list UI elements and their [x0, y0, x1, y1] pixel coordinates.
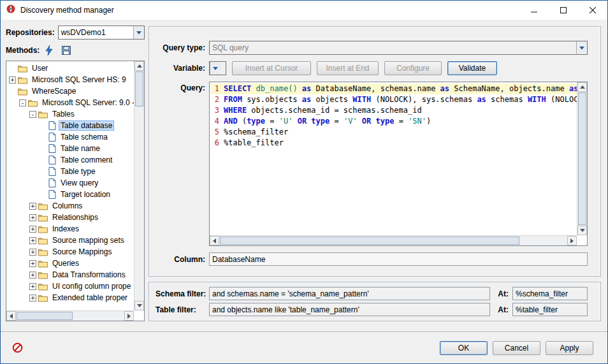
tree-item-wherescape[interactable]: WhereScape — [6, 85, 134, 97]
tree-item-queries[interactable]: +Queries — [6, 258, 134, 269]
tree-item-ui-config-column-prope[interactable]: +UI config column prope — [6, 280, 134, 292]
expand-icon[interactable]: + — [29, 260, 36, 267]
tree-item-target-location[interactable]: Target location — [6, 189, 134, 200]
code-line-1[interactable]: 1SELECT db_name() as DatabaseName, schem… — [211, 84, 577, 94]
tree-item-label: Queries — [50, 258, 81, 268]
editor-vscroll-thumb[interactable] — [578, 92, 586, 225]
refresh-methods-button[interactable] — [43, 44, 55, 57]
tree-item-source-mappings[interactable]: +Source Mappings — [6, 246, 134, 258]
tree-item-table-name[interactable]: Table name — [6, 143, 134, 154]
tree-item-table-comment[interactable]: Table comment — [6, 154, 134, 166]
schema-filter-field[interactable]: and schemas.name = 'schema_name_pattern' — [209, 287, 490, 300]
expand-icon[interactable]: + — [29, 283, 36, 290]
tree-vscroll-thumb[interactable] — [135, 71, 143, 106]
tree-item-columns[interactable]: +Columns — [6, 200, 134, 212]
tree-item-label: Relationships — [50, 212, 100, 222]
tree-item-indexes[interactable]: +Indexes — [6, 223, 134, 235]
expand-icon[interactable]: + — [29, 272, 36, 279]
code-line-5[interactable]: 5%schema_filter — [211, 127, 577, 138]
maximize-button[interactable] — [549, 1, 578, 20]
methods-tree: User+Microsoft SQL Server HS: 9WhereScap… — [6, 61, 145, 321]
expand-icon[interactable]: + — [29, 214, 36, 221]
validate-button[interactable]: Validate — [447, 61, 497, 75]
scroll-right-button[interactable] — [567, 236, 577, 245]
code-line-4[interactable]: 4AND (type = 'U' OR type = 'V' OR type =… — [211, 116, 577, 127]
schema-at-field[interactable]: %schema_filter — [512, 287, 588, 300]
tree-item-source-mapping-sets[interactable]: +Source mapping sets — [6, 235, 134, 246]
tree-item-microsoft-sql-server-9-0[interactable]: -Microsoft SQL Server: 9.0 - — [6, 97, 134, 108]
repositories-value: wsDVDemo1 — [59, 26, 133, 39]
tree-item-table-database[interactable]: Table database — [6, 120, 134, 131]
folder-icon — [38, 225, 48, 233]
expand-icon[interactable]: + — [29, 237, 36, 244]
insert-at-end-button[interactable]: Insert at End — [317, 61, 379, 75]
methods-label: Methods: — [6, 46, 40, 55]
save-method-button[interactable] — [60, 44, 73, 57]
configure-button[interactable]: Configure — [384, 61, 442, 75]
expand-icon[interactable]: + — [9, 76, 16, 84]
tree-item-label: Table type — [59, 166, 98, 177]
tree-item-data-transformations[interactable]: +Data Transformations — [6, 269, 134, 280]
editor-horizontal-scrollbar[interactable] — [210, 235, 577, 245]
tree-item-label: Table name — [59, 143, 102, 154]
column-field[interactable]: DatabaseName — [209, 252, 588, 266]
scroll-left-button[interactable] — [210, 236, 219, 245]
editor-vertical-scrollbar[interactable] — [577, 82, 587, 235]
tree-hscroll-thumb[interactable] — [17, 312, 73, 320]
table-at-field[interactable]: %table_filter — [512, 303, 588, 316]
chevron-down-icon[interactable] — [133, 26, 144, 39]
insert-at-cursor-button[interactable]: Insert at Cursor — [232, 61, 311, 75]
titlebar[interactable]: Discovery method manager — [1, 1, 607, 20]
code-line-6[interactable]: 6%table_filter — [211, 138, 577, 149]
tree-item-user[interactable]: User — [6, 62, 134, 74]
table-filter-label: Table filter: — [156, 305, 205, 314]
scroll-left-button[interactable] — [6, 311, 16, 321]
tree-item-relationships[interactable]: +Relationships — [6, 212, 134, 223]
chevron-down-icon[interactable] — [210, 62, 221, 75]
scroll-right-button[interactable] — [124, 311, 134, 321]
expand-icon[interactable]: + — [29, 295, 36, 302]
tree-horizontal-scrollbar[interactable] — [6, 310, 134, 321]
tree-item-view-query[interactable]: View query — [6, 177, 134, 189]
scroll-up-button[interactable] — [134, 61, 144, 71]
repositories-combobox[interactable]: wsDVDemo1 — [58, 25, 145, 40]
scroll-down-button[interactable] — [134, 301, 144, 310]
folder-icon — [38, 110, 48, 119]
schema-at-label: At: — [498, 289, 509, 298]
tree-item-table-type[interactable]: Table type — [6, 166, 134, 177]
collapse-icon[interactable]: - — [19, 99, 26, 106]
tree-item-tables[interactable]: -Tables — [6, 108, 134, 120]
apply-button[interactable]: Apply — [546, 341, 593, 355]
minimize-button[interactable] — [519, 1, 549, 20]
cancel-button[interactable]: Cancel — [493, 341, 540, 355]
folder-icon — [38, 248, 48, 256]
tree-item-microsoft-sql-server-hs-9[interactable]: +Microsoft SQL Server HS: 9 — [6, 74, 134, 85]
tree-vertical-scrollbar[interactable] — [134, 61, 144, 310]
query-type-combobox[interactable]: SQL query — [209, 41, 588, 55]
editor-hscroll-thumb[interactable] — [220, 237, 519, 245]
scroll-down-button[interactable] — [577, 226, 587, 235]
code-line-3[interactable]: 3WHERE objects.schema_id = schemas.schem… — [211, 105, 577, 116]
ok-button[interactable]: OK — [440, 341, 488, 355]
expand-icon[interactable]: + — [29, 226, 36, 233]
collapse-icon[interactable]: - — [29, 111, 36, 118]
folder-icon — [38, 259, 48, 268]
query-editor[interactable]: 1SELECT db_name() as DatabaseName, schem… — [209, 82, 588, 246]
close-button[interactable] — [578, 1, 607, 20]
expand-icon[interactable]: + — [29, 203, 36, 210]
query-label: Query: — [156, 84, 205, 92]
code-line-2[interactable]: 2FROM sys.objects as objects WITH (NOLOC… — [211, 94, 577, 105]
variable-label: Variable: — [156, 64, 205, 73]
tree-item-label: Extended table proper — [50, 293, 129, 303]
chevron-down-icon[interactable] — [576, 41, 587, 54]
expand-icon[interactable]: + — [29, 249, 36, 256]
variable-combobox[interactable] — [209, 61, 226, 75]
folder-icon — [38, 282, 48, 291]
column-value: DatabaseName — [212, 255, 265, 264]
scroll-up-button[interactable] — [577, 82, 587, 92]
query-editor-content[interactable]: 1SELECT db_name() as DatabaseName, schem… — [210, 82, 577, 235]
tree-item-extended-table-proper[interactable]: +Extended table proper — [6, 292, 134, 303]
tree-item-table-schema[interactable]: Table schema — [6, 131, 134, 143]
tree-item-label: WhereScape — [30, 86, 78, 96]
table-filter-field[interactable]: and objects.name like 'table_name_patter… — [209, 303, 490, 316]
